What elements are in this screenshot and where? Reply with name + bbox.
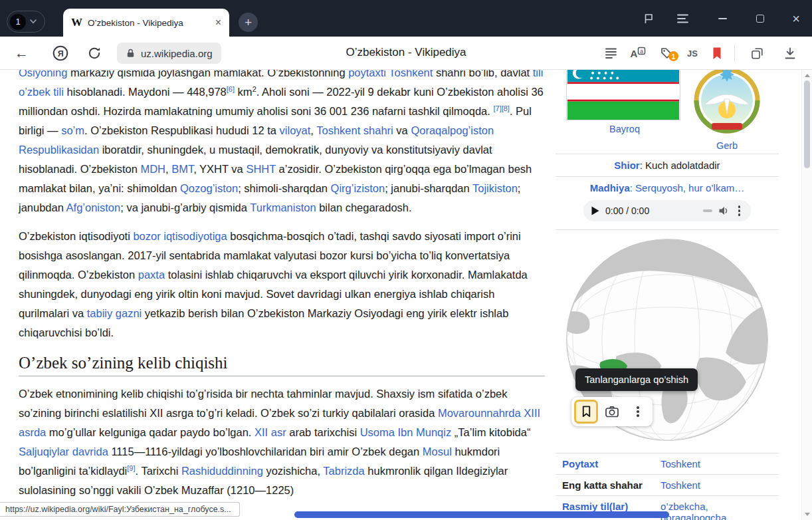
back-button[interactable]: ← (15, 37, 29, 70)
vertical-scroll-thumb[interactable] (804, 80, 810, 168)
emblem-caption-link[interactable]: Gerb (683, 140, 771, 151)
translate-icon: A a (629, 45, 646, 61)
volume-icon[interactable] (718, 205, 730, 216)
motto-label-link[interactable]: Shior (614, 160, 639, 171)
wiki-link[interactable]: Rashiduddinning (181, 465, 263, 477)
capital-label-link[interactable]: Poytaxt (562, 458, 660, 469)
horizontal-scroll-thumb[interactable] (294, 511, 669, 518)
tab-group-chip[interactable]: 1 (7, 11, 45, 33)
largest-city-value-link[interactable]: Toshkent (660, 479, 700, 491)
panel-flag-icon (643, 13, 655, 25)
translate-button[interactable]: A a (629, 37, 646, 70)
text-run: mo’g’ullar kelguniga qadar paydo bo’lgan… (46, 426, 254, 438)
yandex-button[interactable]: Я (52, 37, 69, 70)
maximize-icon (756, 15, 764, 23)
vertical-scrollbar[interactable] (801, 70, 812, 520)
audio-player[interactable]: 0:00 / 0:00 (583, 200, 751, 221)
text-run: ; janubi-sharqdan (385, 182, 472, 194)
anthem-row: Madhiya: Serquyosh, hur o’lkam… 0:00 / 0… (556, 177, 779, 230)
chevron-down-icon (30, 19, 37, 24)
menu-lines-icon (677, 14, 688, 23)
bookmarks-panel-icon[interactable] (643, 0, 655, 37)
svg-text:Я: Я (58, 49, 64, 59)
text-run: O’zbek etnonimining kelib chiqishi to’g’… (19, 388, 508, 419)
play-icon[interactable] (591, 206, 599, 215)
wiki-link[interactable]: MDH (140, 163, 165, 175)
offers-button[interactable]: 1 (659, 37, 674, 70)
wiki-link[interactable]: Qozog’iston (180, 182, 238, 194)
titlebar: 1 W O’zbekiston - Vikipediya × + (0, 0, 812, 37)
motto-text: : Kuch adolatdadir (640, 160, 720, 171)
image-more-actions-button[interactable] (626, 400, 650, 424)
add-to-collections-button[interactable] (574, 400, 598, 424)
motto-row: Shior: Kuch adolatdadir (556, 154, 779, 177)
yandex-icon: Я (52, 45, 69, 62)
wiki-link[interactable]: tabiiy gazni (87, 307, 142, 319)
active-tab[interactable]: W O’zbekiston - Vikipediya × (63, 9, 229, 37)
text-run: yozishicha, (263, 465, 324, 477)
close-window-button[interactable]: × (792, 0, 800, 37)
downloads-button[interactable] (783, 37, 797, 70)
uzbekistan-emblem-image[interactable] (692, 66, 761, 135)
wiki-link[interactable]: XII asr (254, 426, 286, 438)
reference-link[interactable]: [6] (227, 85, 235, 93)
wiki-link[interactable]: BMT (171, 163, 193, 175)
anthem-label-link[interactable]: Madhiya (590, 182, 630, 194)
largest-city-label: Eng katta shahar (562, 479, 660, 491)
text-run: arab tarixchisi (286, 426, 360, 438)
wiki-link[interactable]: Tojikiston (472, 182, 518, 194)
wiki-link[interactable]: bozor iqtisodiyotiga (133, 230, 227, 242)
reload-button[interactable] (86, 37, 102, 70)
infobox-row-largest-city: Eng katta shahar Toshkent (556, 475, 779, 496)
flag-caption-link[interactable]: Bayroq (566, 124, 683, 134)
address-bar[interactable]: uz.wikipedia.org (117, 43, 221, 64)
new-tab-button[interactable]: + (239, 13, 258, 32)
paragraph: Osiyoning markaziy qismida joylashgan ma… (19, 63, 545, 217)
wiki-link[interactable]: Usoma Ibn Munqiz (360, 426, 452, 438)
download-icon (783, 47, 797, 61)
language-link-2[interactable]: qoraqalpoqcha (660, 512, 726, 520)
wiki-link[interactable]: viloyat (280, 124, 311, 136)
wiki-link[interactable]: Afg’oniston (66, 201, 121, 213)
wiki-link[interactable]: Tabrizda (323, 465, 364, 477)
scroll-down-arrow[interactable] (805, 513, 810, 516)
wiki-link[interactable]: SHHT (246, 163, 276, 175)
wiki-link[interactable]: Toshkent shahri (316, 124, 393, 136)
tab-close-icon[interactable]: × (215, 17, 221, 28)
toolbar-divider (734, 45, 735, 62)
flag-block: Bayroq (566, 63, 683, 134)
minimize-icon (718, 18, 727, 19)
language-link-1[interactable]: o’zbekcha, (660, 501, 726, 512)
reference-link[interactable]: [9] (127, 464, 135, 472)
tabs-sync-button[interactable] (750, 37, 764, 70)
paragraph: O’zbekiston iqtisodiyoti bozor iqtisodiy… (19, 227, 545, 342)
browser-menu-icon[interactable] (677, 0, 688, 37)
wiki-link[interactable]: Mosul (423, 446, 452, 457)
anthem-title-link[interactable]: : Serquyosh, hur o’lkam… (630, 182, 745, 194)
scroll-up-arrow[interactable] (805, 74, 810, 77)
audio-menu-kebab-icon[interactable] (736, 203, 744, 219)
maximize-button[interactable] (756, 0, 764, 37)
text-run: va (393, 124, 411, 136)
reader-mode-button[interactable] (604, 37, 618, 70)
wiki-link[interactable]: Turkmaniston (250, 201, 316, 213)
wiki-link[interactable]: Qirg’iziston (331, 182, 385, 194)
seek-bar[interactable] (703, 209, 712, 212)
wikipedia-favicon: W (71, 16, 82, 29)
minimize-button[interactable] (718, 0, 727, 37)
search-by-image-button[interactable] (600, 400, 624, 424)
wiki-link[interactable]: so’m (61, 124, 84, 136)
capital-value-link[interactable]: Toshkent (660, 458, 700, 469)
bookmark-icon (580, 405, 593, 418)
js-extension-button[interactable]: JS (687, 37, 698, 70)
reference-link[interactable]: [7][8] (493, 104, 509, 112)
emblem-block: Gerb (683, 66, 771, 151)
reader-mode-icon (604, 47, 618, 60)
page-content: Osiyoning markaziy qismida joylashgan ma… (0, 70, 812, 520)
svg-text:a: a (640, 48, 643, 55)
wiki-link[interactable]: Saljuqiylar davrida (19, 446, 108, 457)
wiki-link[interactable]: paxta (138, 269, 165, 281)
bookmark-flag-button[interactable] (711, 37, 723, 70)
uzbekistan-flag-image[interactable] (566, 63, 680, 120)
text-run: km (235, 86, 253, 98)
